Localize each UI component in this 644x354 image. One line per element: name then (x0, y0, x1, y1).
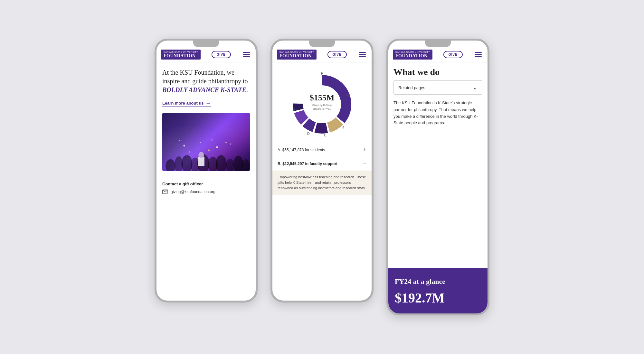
logo-bottom-2: FOUNDATION (279, 53, 314, 58)
related-pages-label: Related pages (398, 85, 425, 90)
hero-bold: BOLDLY ADVANCE K-STATE (162, 86, 246, 93)
svg-rect-17 (211, 139, 213, 140)
hamburger-menu-2[interactable] (357, 51, 367, 59)
svg-point-0 (166, 159, 175, 171)
svg-point-13 (230, 143, 231, 144)
accordion-header-a[interactable]: A. $55,147,878 for students + (272, 143, 372, 157)
svg-point-11 (200, 142, 201, 143)
crowd-image (162, 113, 250, 171)
accordion-label-b: B. $12,545,297 in faculty support (278, 162, 337, 166)
donut-chart-svg: F A B C D E $155M Given by K-State donor… (287, 69, 357, 140)
svg-point-10 (183, 144, 185, 146)
accordion-content-b: Empowering best-in-class teaching and re… (272, 171, 372, 195)
svg-text:$155M: $155M (310, 93, 335, 102)
phone-1: KANSAS STATE UNIVERSITY FOUNDATION GIVE … (155, 39, 258, 303)
svg-point-8 (233, 155, 243, 171)
ksu-logo-2: KANSAS STATE UNIVERSITY FOUNDATION (277, 50, 317, 60)
logo-bottom-1: FOUNDATION (164, 53, 198, 58)
ksu-logo-3: KANSAS STATE UNIVERSITY FOUNDATION (393, 50, 432, 60)
svg-text:B: B (342, 125, 344, 129)
phone-2: KANSAS STATE UNIVERSITY FOUNDATION GIVE (270, 39, 374, 303)
logo-top-1: KANSAS STATE UNIVERSITY (164, 51, 198, 53)
notch-1 (193, 41, 219, 47)
fy-title: FY24 at a glance (395, 277, 481, 286)
header-1: KANSAS STATE UNIVERSITY FOUNDATION GIVE (156, 47, 256, 62)
chevron-down-icon: ⌄ (473, 84, 478, 91)
accordion-label-a: A. $55,147,878 for students (278, 148, 325, 152)
contact-email-row: giving@ksufoundation.org (162, 190, 250, 194)
accordion-header-b[interactable]: B. $12,545,297 in faculty support − (272, 157, 372, 171)
svg-text:F: F (321, 71, 323, 75)
svg-point-6 (216, 155, 227, 171)
phone3-layout: What we do Related pages ⌄ The KSU Found… (388, 62, 488, 313)
scene: KANSAS STATE UNIVERSITY FOUNDATION GIVE … (0, 13, 644, 341)
header-3: KANSAS STATE UNIVERSITY FOUNDATION GIVE (388, 47, 488, 62)
svg-text:donors in FY21: donors in FY21 (313, 107, 331, 110)
learn-more-link[interactable]: Learn more about us → (162, 100, 211, 107)
svg-rect-16 (179, 140, 180, 141)
give-button-1[interactable]: GIVE (212, 51, 231, 58)
svg-point-2 (182, 155, 193, 171)
phone-3: KANSAS STATE UNIVERSITY FOUNDATION GIVE … (386, 39, 489, 315)
svg-text:C: C (324, 133, 327, 137)
hamburger-menu-3[interactable] (473, 51, 483, 59)
give-button-2[interactable]: GIVE (327, 51, 347, 58)
accordion-item-a: A. $55,147,878 for students + (272, 143, 372, 157)
purple-section: FY24 at a glance $192.7M (388, 268, 488, 313)
logo-top-3: KANSAS STATE UNIVERSITY (395, 51, 430, 53)
contact-title: Contact a gift officer (162, 182, 250, 186)
arrow-icon: → (206, 100, 211, 106)
svg-point-20 (198, 152, 204, 158)
accordion: A. $55,147,878 for students + B. $12,545… (272, 143, 372, 195)
contact-section: Contact a gift officer giving@ksufoundat… (162, 177, 250, 194)
page-title: What we do (393, 67, 482, 77)
notch-2 (309, 41, 335, 47)
phone3-top: What we do Related pages ⌄ The KSU Found… (388, 62, 488, 268)
hero-text: At the KSU Foundation, we inspire and gu… (162, 68, 250, 94)
donut-chart-container: F A B C D E $155M Given by K-State donor… (272, 62, 372, 143)
email-icon (162, 190, 168, 194)
svg-point-15 (208, 149, 210, 151)
logo-top-2: KANSAS STATE UNIVERSITY (279, 51, 314, 53)
accordion-item-b: B. $12,545,297 in faculty support − Empo… (272, 157, 372, 195)
svg-text:Given by K-State: Given by K-State (312, 104, 332, 107)
hamburger-menu-1[interactable] (242, 51, 251, 59)
phone-1-body: At the KSU Foundation, we inspire and gu… (156, 62, 256, 200)
ksu-logo-1: KANSAS STATE UNIVERSITY FOUNDATION (161, 50, 201, 60)
svg-text:E: E (292, 107, 295, 111)
svg-point-14 (189, 151, 190, 153)
accordion-expand-a: + (363, 147, 366, 153)
fy-amount: $192.7M (395, 290, 481, 306)
svg-rect-18 (225, 142, 227, 143)
svg-point-7 (226, 158, 234, 171)
svg-point-9 (242, 159, 250, 171)
svg-text:D: D (307, 132, 310, 135)
email-address: giving@ksufoundation.org (171, 190, 215, 194)
give-button-3[interactable]: GIVE (443, 51, 463, 58)
accordion-collapse-b: − (363, 161, 366, 167)
notch-3 (425, 41, 451, 47)
svg-text:A: A (346, 93, 349, 97)
related-pages-dropdown[interactable]: Related pages ⌄ (393, 80, 482, 95)
header-2: KANSAS STATE UNIVERSITY FOUNDATION GIVE (272, 47, 372, 62)
body-text: The KSU Foundation is K-State's strategi… (388, 100, 488, 133)
logo-bottom-3: FOUNDATION (395, 53, 430, 58)
svg-point-12 (216, 146, 218, 148)
